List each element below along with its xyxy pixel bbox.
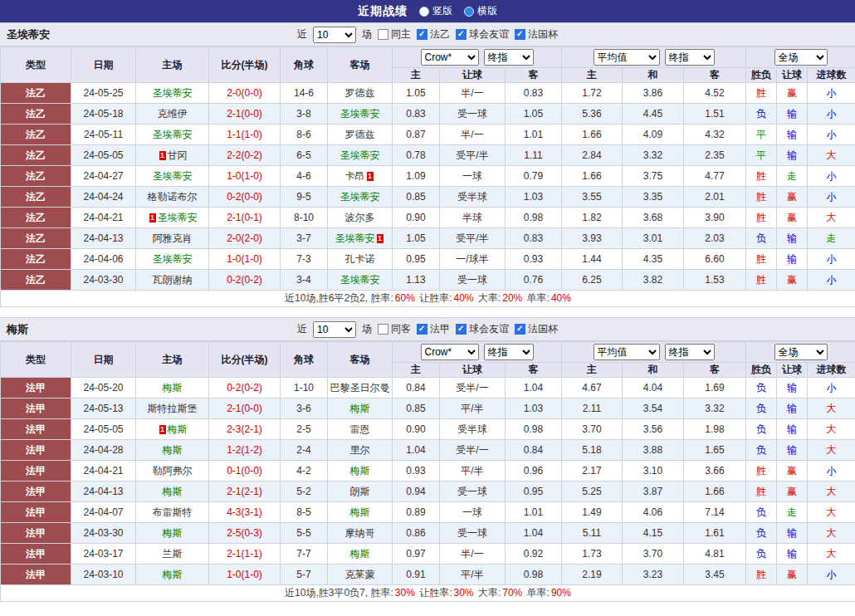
home-team-cell: 梅斯 (136, 378, 209, 398)
team-link[interactable]: 圣埃蒂安 (153, 253, 193, 265)
team-link[interactable]: 梅斯 (350, 403, 370, 414)
team-link[interactable]: 勒阿弗尔 (153, 465, 193, 477)
team-link[interactable]: 罗德兹 (345, 129, 375, 140)
team-link[interactable]: 孔卡诺 (345, 253, 375, 265)
odds-period-select[interactable]: 终指 (484, 49, 534, 66)
team-link[interactable]: 圣埃蒂安 (340, 274, 380, 286)
avg-odds-select[interactable]: 平均值 (594, 49, 660, 66)
team-link[interactable]: 梅斯 (163, 444, 183, 456)
avg-odds-select[interactable]: 平均值 (594, 344, 660, 360)
team-link[interactable]: 朗斯 (350, 486, 370, 497)
corners-cell: 7-3 (281, 249, 328, 270)
odds-company-select[interactable]: Crow* (421, 49, 479, 66)
team-link[interactable]: 梅斯 (163, 569, 183, 580)
filter-checkbox-input[interactable] (417, 29, 428, 40)
match-scope-select[interactable]: 全场 (774, 344, 828, 360)
team-link[interactable]: 梅斯 (163, 486, 183, 497)
team-link[interactable]: 波尔多 (345, 212, 375, 223)
team-link[interactable]: 梅斯 (350, 548, 370, 560)
team-link[interactable]: 圣埃蒂安 (153, 170, 193, 182)
col-header: 比分(半场) (209, 47, 281, 83)
filter-checkbox[interactable]: 同客 (378, 322, 411, 336)
odds-group-header: Crow*终指 (393, 342, 562, 363)
filter-checkbox-input[interactable] (456, 324, 467, 335)
avg-away-cell: 3.66 (684, 461, 746, 482)
odds-period-select[interactable]: 终指 (484, 344, 534, 360)
team-link[interactable]: 梅斯 (350, 506, 370, 518)
odds-company-select[interactable]: Crow* (421, 344, 479, 360)
team-link[interactable]: 圣埃蒂安 (153, 129, 193, 140)
league-cell: 法乙 (1, 145, 71, 166)
handicap-result-cell: 输 (777, 125, 808, 145)
team-link[interactable]: 梅斯 (163, 382, 183, 394)
filter-checkbox-input[interactable] (417, 324, 428, 335)
team-link[interactable]: 格勒诺布尔 (148, 191, 198, 203)
handicap-cell: 受一球 (440, 523, 506, 544)
sub-col-header: 客 (506, 68, 562, 83)
away-odds-cell: 0.83 (506, 83, 562, 104)
avg-period-select[interactable]: 终指 (665, 344, 715, 360)
team-link[interactable]: 里尔 (350, 444, 370, 456)
team-link[interactable]: 瓦朗谢纳 (153, 274, 193, 286)
avg-draw-cell: 4.06 (623, 502, 684, 523)
home-odds-cell: 1.05 (393, 83, 440, 104)
recent-count-select[interactable]: 10 (313, 321, 356, 338)
handicap-result-cell: 赢 (777, 270, 808, 291)
team-link[interactable]: 阿雅克肖 (153, 232, 193, 244)
team-link[interactable]: 克维伊 (158, 108, 188, 120)
filter-checkbox[interactable]: 法国杯 (515, 27, 558, 42)
avg-period-select[interactable]: 终指 (665, 49, 715, 66)
team-link[interactable]: 圣埃蒂安 (340, 108, 380, 120)
filter-checkbox-input[interactable] (515, 29, 525, 40)
filter-checkbox-input[interactable] (378, 324, 388, 335)
home-team-cell: 梅斯 (136, 440, 209, 461)
filter-checkbox-input[interactable] (456, 29, 467, 40)
col-header: 角球 (281, 342, 328, 378)
goals-result-cell: 小 (808, 104, 855, 125)
sub-col-header: 进球数 (808, 68, 855, 83)
recent-count-select[interactable]: 10 (313, 27, 356, 43)
sub-col-header: 和 (623, 363, 684, 378)
sub-col-header: 让球 (777, 363, 808, 378)
team-link[interactable]: 兰斯 (163, 548, 183, 560)
team-link[interactable]: 甘冈 (168, 149, 188, 161)
filter-checkbox[interactable]: 球会友谊 (456, 27, 509, 42)
league-cell: 法乙 (1, 166, 71, 187)
horizontal-layout-radio[interactable] (464, 7, 474, 17)
vertical-layout-radio[interactable] (419, 7, 429, 17)
summary-segment: 近10场,胜3平0负7, 胜率: (285, 587, 393, 599)
result-cell: 胜 (746, 461, 777, 482)
team-link[interactable]: 圣埃蒂安 (158, 212, 198, 223)
sub-col-header: 让球 (777, 68, 808, 83)
filter-checkbox-input[interactable] (515, 324, 525, 335)
team-link[interactable]: 摩纳哥 (345, 527, 375, 539)
team-link[interactable]: 梅斯 (168, 423, 188, 435)
team-link[interactable]: 圣埃蒂安 (340, 149, 380, 161)
filter-checkbox[interactable]: 法甲 (417, 322, 450, 336)
avg-home-cell: 5.36 (562, 104, 623, 125)
team-link[interactable]: 圣埃蒂安 (335, 232, 375, 244)
layout-option-horizontal[interactable]: 横版 (464, 4, 497, 18)
team-link[interactable]: 雷恩 (350, 423, 370, 435)
team-link[interactable]: 巴黎圣日尔曼 (330, 382, 390, 394)
filter-checkbox[interactable]: 同主 (378, 27, 411, 42)
team-link[interactable]: 罗德兹 (345, 87, 375, 99)
handicap-cell: 平/半 (440, 565, 506, 585)
team-link[interactable]: 斯特拉斯堡 (148, 403, 198, 414)
filter-checkbox[interactable]: 球会友谊 (456, 322, 509, 336)
team-link[interactable]: 圣埃蒂安 (340, 191, 380, 203)
filter-checkbox-input[interactable] (378, 29, 388, 40)
team-link[interactable]: 圣埃蒂安 (153, 87, 193, 99)
handicap-cell: 半球 (440, 208, 506, 228)
team-link[interactable]: 布雷斯特 (153, 506, 193, 518)
team-link[interactable]: 克莱蒙 (345, 569, 375, 580)
team-link[interactable]: 梅斯 (350, 465, 370, 477)
handicap-result-cell: 输 (777, 440, 808, 461)
match-scope-select[interactable]: 全场 (774, 49, 828, 66)
filter-checkbox[interactable]: 法乙 (417, 27, 450, 42)
filter-checkbox[interactable]: 法国杯 (515, 322, 558, 336)
goals-result-cell: 小 (808, 166, 855, 187)
team-link[interactable]: 卡昂 (345, 170, 365, 182)
layout-option-vertical[interactable]: 竖版 (419, 4, 452, 18)
team-link[interactable]: 梅斯 (163, 527, 183, 539)
